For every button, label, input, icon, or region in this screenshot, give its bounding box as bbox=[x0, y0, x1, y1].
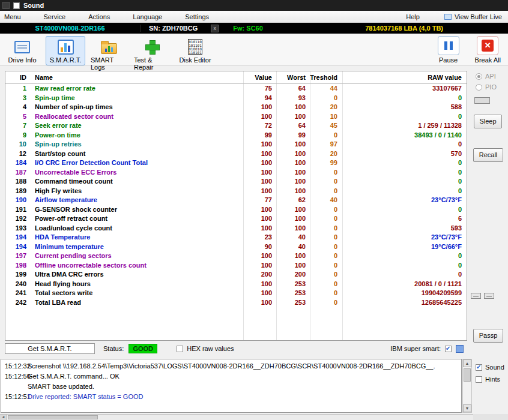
status-row: Get S.M.A.R.T. Status: GOOD HEX raw valu… bbox=[5, 343, 467, 355]
menu-bar: Menu Service Actions Language Settings H… bbox=[0, 11, 508, 23]
ibm-super-smart-option: IBM super smart: bbox=[390, 345, 467, 353]
header-treshold: Treshold bbox=[310, 74, 342, 81]
log-scrollbar[interactable]: ▲ ▼ bbox=[462, 359, 472, 413]
table-row[interactable]: 190Airflow temperature77624023°C/73°F bbox=[5, 196, 467, 205]
hex-checkbox[interactable] bbox=[177, 346, 183, 352]
api-radio[interactable]: API bbox=[476, 73, 496, 80]
table-row[interactable]: 10Spin-up retries100100970 bbox=[5, 140, 467, 149]
test-repair-label: Test & Repair bbox=[134, 56, 170, 71]
table-row[interactable]: 188Command timeout count10010000 bbox=[5, 177, 467, 187]
view-buffer-live-label: View Buffer Live bbox=[455, 13, 502, 20]
close-icon[interactable]: x bbox=[211, 25, 219, 32]
log-line: 15:12:32Screenshot \\192.168.2.54\Temp3\… bbox=[1, 361, 461, 371]
drive-serial: SN: ZDH70BCG bbox=[141, 25, 206, 32]
hex-raw-values-option[interactable]: HEX raw values bbox=[177, 345, 234, 352]
buffer-icon bbox=[444, 14, 452, 20]
passp-button[interactable]: Passp bbox=[473, 329, 503, 343]
drive-info-bar: ST4000VN008-2DR166 SN: ZDH70BCG x Fw: SC… bbox=[0, 23, 508, 34]
pause-icon bbox=[438, 36, 459, 55]
recall-button[interactable]: Recall bbox=[473, 148, 503, 162]
sleep-button[interactable]: Sleep bbox=[474, 115, 502, 128]
top-sound-checkbox[interactable] bbox=[13, 2, 20, 9]
toolbar: Drive Info S.M.A.R.T. SMART Logs Test & … bbox=[0, 34, 508, 66]
table-row[interactable]: 240Head flying hours100253020081 / 0 / 1… bbox=[5, 280, 467, 289]
step-box-right[interactable] bbox=[484, 293, 494, 299]
green-cross-icon bbox=[145, 40, 159, 54]
test-repair-button[interactable]: Test & Repair bbox=[132, 36, 172, 73]
table-row[interactable]: 12Start/stop count10010020570 bbox=[5, 149, 467, 159]
break-icon: ✕ bbox=[477, 36, 498, 55]
drive-icon bbox=[14, 41, 30, 53]
drive-firmware: Fw: SC60 bbox=[223, 25, 273, 32]
table-row[interactable]: 189High Fly writes10010000 bbox=[5, 187, 467, 196]
pause-label: Pause bbox=[439, 56, 458, 64]
hscroll-thumb[interactable] bbox=[8, 415, 98, 419]
horizontal-scrollbar[interactable]: ◄ bbox=[0, 414, 473, 420]
table-header: ID Name Value Worst Treshold RAW value bbox=[5, 71, 467, 84]
pause-button[interactable]: Pause bbox=[438, 36, 459, 64]
table-row[interactable]: 7Seek error rate7264451 / 259 / 11328 bbox=[5, 121, 467, 131]
table-row[interactable]: 9Power-on time9999038493 / 0 / 1140 bbox=[5, 131, 467, 140]
table-row[interactable]: 1Raw read error rate75644433107667 bbox=[5, 84, 467, 94]
table-row[interactable]: 197Current pending sectors10010000 bbox=[5, 251, 467, 261]
step-box-left[interactable] bbox=[471, 293, 481, 299]
header-worst: Worst bbox=[276, 74, 310, 81]
disk-editor-button[interactable]: 010110 101101 010010 110101 Disk Editor bbox=[175, 36, 215, 65]
table-row[interactable]: 5Reallocated sector count100100100 bbox=[5, 112, 467, 122]
table-row[interactable]: 191G-SENSOR shock counter10010000 bbox=[5, 205, 467, 215]
sound-checkbox[interactable] bbox=[476, 364, 482, 371]
get-smart-button[interactable]: Get S.M.A.R.T. bbox=[5, 343, 95, 354]
table-row[interactable]: 241Total sectors write100253019904209599 bbox=[5, 289, 467, 298]
disk-editor-label: Disk Editor bbox=[179, 56, 211, 64]
view-buffer-live-button[interactable]: View Buffer Live bbox=[444, 13, 502, 20]
smart-chart-icon bbox=[58, 40, 74, 55]
table-row[interactable]: 187Uncorrectable ECC Errors10010000 bbox=[5, 168, 467, 178]
hints-label: Hints bbox=[485, 376, 500, 383]
menu-item-actions[interactable]: Actions bbox=[84, 12, 114, 22]
scroll-thumb[interactable] bbox=[464, 368, 471, 382]
smart-label: S.M.A.R.T. bbox=[50, 56, 82, 64]
scroll-up-icon[interactable]: ▲ bbox=[463, 359, 471, 367]
binary-icon: 010110 101101 010010 110101 bbox=[188, 39, 202, 55]
menu-item-help[interactable]: Help bbox=[402, 12, 424, 22]
smart-button[interactable]: S.M.A.R.T. bbox=[46, 36, 85, 65]
log-panel: 15:12:32Screenshot \\192.168.2.54\Temp3\… bbox=[1, 359, 462, 413]
ibm-checkbox[interactable] bbox=[445, 346, 452, 352]
menu-item-service[interactable]: Service bbox=[40, 12, 70, 22]
top-sound-label: Sound bbox=[23, 2, 44, 9]
scroll-down-icon[interactable]: ▼ bbox=[463, 404, 471, 412]
table-row[interactable]: 194HDA Temperature2340023°C/73°F bbox=[5, 233, 467, 242]
menu-item-menu[interactable]: Menu bbox=[0, 12, 25, 22]
header-value: Value bbox=[243, 74, 276, 81]
sound-option[interactable]: Sound bbox=[476, 364, 504, 371]
scroll-left-icon[interactable]: ◄ bbox=[0, 415, 7, 420]
table-row[interactable]: 242Total LBA read100253012685645225 bbox=[5, 298, 467, 308]
table-row[interactable]: 192Power-off retract count10010006 bbox=[5, 214, 467, 224]
break-all-button[interactable]: ✕ Break All bbox=[475, 36, 501, 64]
table-row[interactable]: 184I/O CRC Error Detection Count Total10… bbox=[5, 158, 467, 168]
smart-logs-button[interactable]: SMART Logs bbox=[89, 36, 129, 73]
menu-item-settings[interactable]: Settings bbox=[181, 12, 213, 22]
hints-option[interactable]: Hints bbox=[476, 376, 500, 383]
status-badge: GOOD bbox=[129, 344, 157, 353]
log-lines: 15:12:32Screenshot \\192.168.2.54\Temp3\… bbox=[1, 361, 461, 402]
pio-radio[interactable]: PIO bbox=[476, 83, 497, 91]
api-label: API bbox=[485, 73, 496, 80]
folder-icon bbox=[101, 43, 117, 54]
table-row[interactable]: 194Minimum temperature9040019°C/66°F bbox=[5, 242, 467, 252]
log-line: 15:12:50Get S.M.A.R.T. command... OK bbox=[1, 371, 461, 382]
hex-label: HEX raw values bbox=[187, 345, 234, 352]
menu-item-language[interactable]: Language bbox=[129, 12, 166, 22]
header-raw: RAW value bbox=[342, 74, 467, 81]
log-line: 15:12:51Drive reported: SMART status = G… bbox=[1, 392, 461, 402]
table-row[interactable]: 199Ultra DMA CRC errors20020000 bbox=[5, 270, 467, 280]
color-well[interactable] bbox=[456, 345, 464, 353]
table-row[interactable]: 4Number of spin-up times10010020588 bbox=[5, 103, 467, 112]
hints-checkbox[interactable] bbox=[476, 376, 482, 383]
table-row[interactable]: 198Offline uncorrectable sectors count10… bbox=[5, 261, 467, 271]
table-row[interactable]: 193Load/unload cycle count1001000593 bbox=[5, 224, 467, 233]
sound-label: Sound bbox=[485, 364, 504, 371]
drive-info-button[interactable]: Drive Info bbox=[2, 36, 42, 65]
break-all-label: Break All bbox=[475, 56, 501, 64]
table-row[interactable]: 3Spin-up time949300 bbox=[5, 94, 467, 103]
